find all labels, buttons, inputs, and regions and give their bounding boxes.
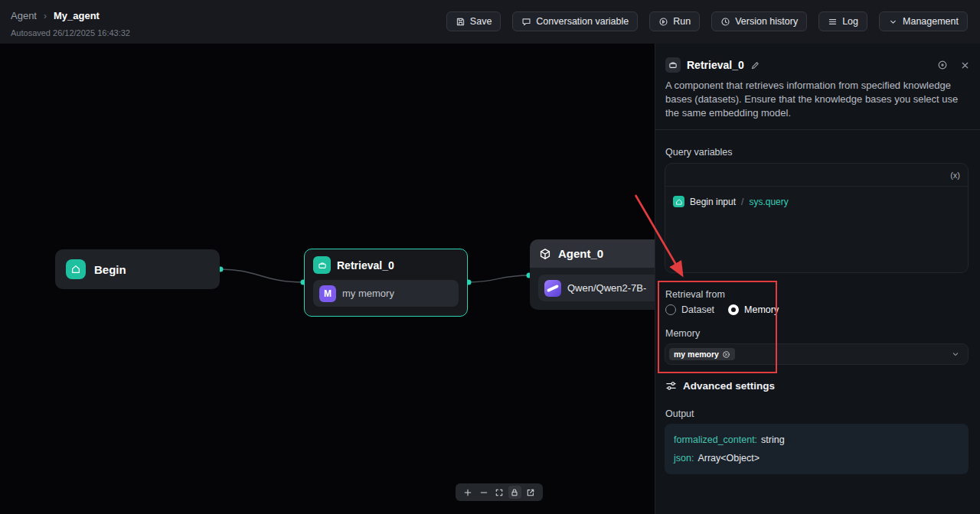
breadcrumb-root[interactable]: Agent — [11, 10, 37, 21]
variable-separator: / — [741, 197, 743, 207]
node-retrieval-memory-chip[interactable]: M my memory — [313, 280, 459, 307]
node-agent-title: Agent_0 — [558, 247, 603, 260]
memory-tag-label: my memory — [674, 350, 719, 359]
breadcrumb: Agent › My_agent — [11, 10, 100, 21]
play-circle-icon — [658, 17, 668, 27]
close-icon[interactable] — [960, 60, 970, 70]
cube-icon — [539, 248, 551, 260]
conversation-variable-label: Conversation variable — [536, 16, 629, 27]
node-retrieval-title: Retrieval_0 — [337, 259, 394, 272]
autosaved-status: Autosaved 26/12/2025 16:43:32 — [11, 28, 130, 37]
briefcase-icon — [665, 57, 681, 73]
variable-source: Begin input — [690, 197, 736, 207]
memory-tag: my memory — [669, 348, 735, 360]
panel-header: Retrieval_0 — [665, 56, 970, 74]
save-icon — [456, 17, 466, 27]
node-retrieval[interactable]: Retrieval_0 M my memory — [304, 249, 468, 317]
dataset-radio-option[interactable]: Dataset — [665, 304, 714, 315]
chevron-down-icon — [951, 350, 960, 359]
topbar-actions: Save Conversation variable Run Version h… — [446, 11, 968, 31]
lock-button[interactable] — [508, 486, 521, 499]
briefcase-icon — [313, 256, 331, 274]
run-node-icon[interactable] — [937, 60, 948, 70]
output-field-type: Array<Object> — [697, 453, 760, 464]
version-history-button[interactable]: Version history — [711, 11, 807, 31]
advanced-settings-toggle[interactable]: Advanced settings — [665, 380, 775, 392]
query-variable-row[interactable]: Begin input / sys.query — [665, 187, 968, 216]
save-button[interactable]: Save — [446, 11, 501, 31]
management-label: Management — [903, 16, 959, 27]
memory-avatar: M — [319, 285, 336, 302]
log-label: Log — [842, 16, 858, 27]
management-button[interactable]: Management — [879, 11, 968, 31]
retrieval-settings-panel: Retrieval_0 A component that retrieves i… — [655, 44, 980, 514]
memory-label: Memory — [665, 328, 700, 339]
edge-retrieval-agent — [469, 275, 529, 282]
output-label: Output — [665, 408, 694, 419]
model-logo-icon — [544, 280, 561, 297]
sliders-icon — [665, 380, 677, 392]
home-icon — [673, 196, 684, 207]
fit-view-button[interactable] — [492, 486, 505, 499]
node-begin-title: Begin — [94, 263, 126, 276]
divider — [655, 129, 980, 130]
memory-radio-label: Memory — [744, 304, 779, 315]
export-button[interactable] — [524, 486, 537, 499]
zoom-out-button[interactable] — [477, 486, 490, 499]
query-variables-box: (x) Begin input / sys.query — [665, 163, 969, 273]
minus-icon — [479, 488, 488, 497]
retrieval-from-options: Dataset Memory — [665, 304, 779, 315]
memory-radio-option[interactable]: Memory — [728, 304, 779, 315]
insert-variable-icon[interactable]: (x) — [950, 171, 960, 180]
export-icon — [526, 488, 535, 497]
home-icon — [66, 259, 86, 279]
remove-tag-icon[interactable] — [722, 350, 730, 359]
memory-select[interactable]: my memory — [665, 343, 969, 365]
conversation-variable-button[interactable]: Conversation variable — [512, 11, 638, 31]
lock-icon — [510, 488, 519, 497]
zoom-in-button[interactable] — [462, 486, 475, 499]
breadcrumb-current: My_agent — [54, 10, 100, 21]
query-variables-toolbar: (x) — [665, 164, 968, 187]
version-history-label: Version history — [735, 16, 798, 27]
output-field: json:Array<Object> — [674, 449, 959, 467]
fit-view-icon — [495, 488, 504, 497]
chat-bubble-icon — [521, 17, 531, 27]
node-retrieval-header: Retrieval_0 — [313, 256, 459, 274]
panel-description: A component that retrieves information f… — [665, 79, 969, 120]
history-icon — [720, 17, 730, 27]
node-begin[interactable]: Begin — [55, 249, 220, 289]
model-name: Qwen/Qwen2-7B- — [567, 282, 646, 294]
topbar: Agent › My_agent Autosaved 26/12/2025 16… — [0, 0, 980, 44]
dataset-radio-label: Dataset — [681, 304, 714, 315]
chevron-down-icon — [888, 17, 898, 27]
plus-icon — [463, 488, 472, 497]
breadcrumb-separator: › — [44, 11, 47, 21]
panel-title: Retrieval_0 — [687, 59, 744, 71]
run-label: Run — [673, 16, 691, 27]
query-variables-label: Query variables — [665, 147, 733, 158]
output-field: formalized_content:string — [674, 431, 959, 449]
run-button[interactable]: Run — [649, 11, 700, 31]
variable-name: sys.query — [749, 197, 788, 207]
edit-pencil-icon[interactable] — [750, 60, 760, 70]
output-field-name: formalized_content: — [674, 434, 757, 445]
save-label: Save — [470, 16, 492, 27]
edge-begin-retrieval — [220, 269, 303, 282]
radio-selected-icon — [728, 304, 739, 315]
output-field-name: json: — [674, 453, 694, 464]
advanced-settings-label: Advanced settings — [683, 380, 775, 392]
output-field-type: string — [761, 434, 785, 445]
radio-unselected-icon — [665, 304, 676, 315]
canvas-toolbar — [456, 483, 543, 501]
memory-chip-label: my memory — [342, 288, 394, 299]
log-list-icon — [828, 17, 838, 27]
output-box: formalized_content:string json:Array<Obj… — [665, 424, 969, 474]
log-button[interactable]: Log — [818, 11, 867, 31]
retrieval-from-label: Retrieval from — [665, 289, 725, 300]
